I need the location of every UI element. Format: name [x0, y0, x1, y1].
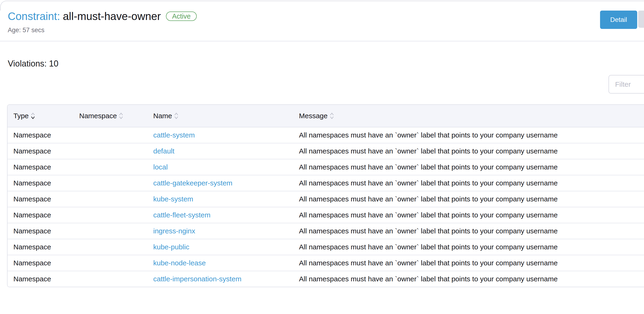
column-label: Message	[299, 112, 328, 120]
sort-asc-icon	[32, 113, 34, 115]
sort-desc-icon	[32, 117, 34, 119]
violations-table-header: Type Namespace Name	[8, 105, 644, 128]
header-actions: Detail	[600, 10, 637, 29]
violation-message-cell: All namespaces must have an `owner` labe…	[297, 195, 644, 203]
resource-kind-label: Constraint:	[8, 10, 60, 22]
violation-name-link[interactable]: kube-public	[153, 243, 189, 251]
violations-heading: Violations: 10	[8, 59, 58, 69]
violations-table-body: Namespace cattle-system All namespaces m…	[8, 128, 644, 287]
violation-message-cell: All namespaces must have an `owner` labe…	[297, 147, 644, 155]
content-panel-border	[0, 1, 644, 10]
violation-name-link[interactable]: ingress-nginx	[153, 227, 195, 235]
violation-message-cell: All namespaces must have an `owner` labe…	[297, 243, 644, 251]
violation-type-cell: Namespace	[8, 195, 79, 203]
sort-desc-icon	[175, 117, 178, 119]
table-row: Namespace ingress-nginx All namespaces m…	[8, 223, 644, 239]
sort-icon	[119, 112, 124, 120]
violation-name-link[interactable]: cattle-gatekeeper-system	[153, 179, 232, 187]
violation-name-link[interactable]: default	[153, 147, 174, 155]
filter-input[interactable]	[608, 75, 644, 94]
sort-desc-icon	[120, 117, 122, 119]
sort-icon	[330, 112, 334, 120]
violation-type-cell: Namespace	[8, 163, 79, 171]
table-row: Namespace default All namespaces must ha…	[8, 143, 644, 159]
violation-type-cell: Namespace	[8, 147, 79, 155]
violation-message-cell: All namespaces must have an `owner` labe…	[297, 227, 644, 235]
column-header-message[interactable]: Message	[297, 112, 644, 120]
violation-name-link[interactable]: cattle-system	[153, 131, 195, 139]
violation-type-cell: Namespace	[8, 227, 79, 235]
violation-name-cell: kube-public	[153, 243, 297, 251]
age-label: Age: 57 secs	[8, 26, 644, 34]
violation-name-cell: ingress-nginx	[153, 227, 297, 235]
sort-icon	[174, 112, 179, 120]
table-row: Namespace kube-system All namespaces mus…	[8, 191, 644, 207]
violation-message-cell: All namespaces must have an `owner` labe…	[297, 275, 644, 283]
violation-message-cell: All namespaces must have an `owner` labe…	[297, 211, 644, 219]
violation-name-link[interactable]: local	[153, 163, 168, 171]
table-row: Namespace local All namespaces must have…	[8, 159, 644, 175]
violation-type-cell: Namespace	[8, 243, 79, 251]
table-row: Namespace cattle-gatekeeper-system All n…	[8, 175, 644, 191]
violation-message-cell: All namespaces must have an `owner` labe…	[297, 259, 644, 267]
violation-name-link[interactable]: cattle-impersonation-system	[153, 275, 242, 283]
violations-table: Type Namespace Name	[7, 104, 644, 287]
violation-name-link[interactable]: kube-node-lease	[153, 259, 206, 267]
sort-asc-icon	[120, 113, 122, 115]
sort-desc-icon	[330, 117, 333, 119]
status-badge: Active	[166, 12, 197, 21]
column-header-type[interactable]: Type	[8, 112, 79, 120]
page-title: Constraint:all-must-have-owner	[8, 10, 161, 22]
violation-name-cell: kube-node-lease	[153, 259, 297, 267]
violation-type-cell: Namespace	[8, 179, 79, 187]
violation-type-cell: Namespace	[8, 131, 79, 139]
violation-name-cell: cattle-gatekeeper-system	[153, 179, 297, 187]
resource-name-label: all-must-have-owner	[63, 10, 161, 22]
header-divider	[0, 41, 644, 41]
violation-name-link[interactable]: kube-system	[153, 195, 193, 203]
column-header-namespace[interactable]: Namespace	[79, 112, 153, 120]
table-row: Namespace cattle-fleet-system All namesp…	[8, 207, 644, 223]
secondary-action-button[interactable]	[638, 10, 644, 28]
violation-name-cell: cattle-fleet-system	[153, 211, 297, 219]
table-row: Namespace kube-public All namespaces mus…	[8, 239, 644, 255]
violation-name-cell: default	[153, 147, 297, 155]
violation-name-cell: cattle-impersonation-system	[153, 275, 297, 283]
table-row: Namespace cattle-impersonation-system Al…	[8, 271, 644, 287]
violation-name-cell: cattle-system	[153, 131, 297, 139]
violation-message-cell: All namespaces must have an `owner` labe…	[297, 131, 644, 139]
violation-name-cell: kube-system	[153, 195, 297, 203]
table-row: Namespace cattle-system All namespaces m…	[8, 128, 644, 143]
violation-name-cell: local	[153, 163, 297, 171]
violation-type-cell: Namespace	[8, 259, 79, 267]
column-label: Namespace	[79, 112, 117, 120]
column-header-name[interactable]: Name	[153, 112, 297, 120]
table-row: Namespace kube-node-lease All namespaces…	[8, 255, 644, 271]
sort-asc-icon	[175, 113, 178, 115]
page-header: Constraint:all-must-have-owner Active Ag…	[8, 10, 644, 34]
violation-name-link[interactable]: cattle-fleet-system	[153, 211, 210, 219]
violation-type-cell: Namespace	[8, 275, 79, 283]
column-label: Name	[153, 112, 172, 120]
sort-icon	[30, 112, 35, 120]
sort-asc-icon	[330, 113, 333, 115]
violation-type-cell: Namespace	[8, 211, 79, 219]
column-label: Type	[14, 112, 29, 120]
violation-message-cell: All namespaces must have an `owner` labe…	[297, 179, 644, 187]
detail-button[interactable]: Detail	[600, 10, 637, 29]
violation-message-cell: All namespaces must have an `owner` labe…	[297, 163, 644, 171]
